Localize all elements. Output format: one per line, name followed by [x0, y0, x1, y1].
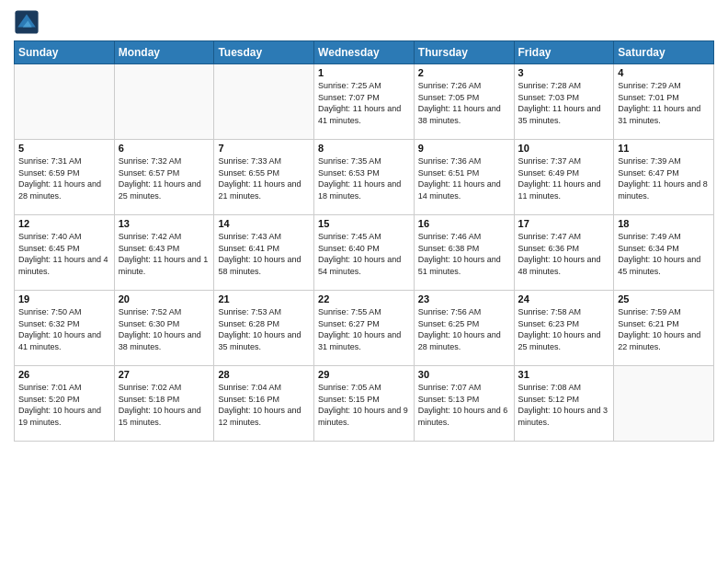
day-info: Sunrise: 7:36 AM Sunset: 6:51 PM Dayligh… — [418, 155, 510, 201]
day-info: Sunrise: 7:25 AM Sunset: 7:07 PM Dayligh… — [318, 80, 410, 126]
day-number: 28 — [218, 369, 310, 380]
logo — [14, 9, 43, 35]
day-number: 16 — [418, 218, 510, 229]
day-cell: 26Sunrise: 7:01 AM Sunset: 5:20 PM Dayli… — [15, 366, 115, 442]
day-info: Sunrise: 7:46 AM Sunset: 6:38 PM Dayligh… — [418, 231, 510, 277]
day-cell: 23Sunrise: 7:56 AM Sunset: 6:25 PM Dayli… — [414, 291, 514, 366]
day-number: 1 — [318, 67, 410, 78]
day-number: 5 — [18, 143, 110, 154]
day-info: Sunrise: 7:32 AM Sunset: 6:57 PM Dayligh… — [119, 155, 210, 201]
day-number: 30 — [418, 369, 510, 380]
weekday-header-sunday: Sunday — [15, 41, 115, 64]
day-info: Sunrise: 7:35 AM Sunset: 6:53 PM Dayligh… — [318, 155, 410, 201]
day-number: 10 — [518, 143, 610, 154]
day-info: Sunrise: 7:01 AM Sunset: 5:20 PM Dayligh… — [18, 382, 110, 428]
day-cell: 14Sunrise: 7:43 AM Sunset: 6:41 PM Dayli… — [214, 215, 314, 291]
weekday-header-wednesday: Wednesday — [314, 41, 415, 64]
weekday-header-friday: Friday — [514, 41, 614, 64]
day-cell: 17Sunrise: 7:47 AM Sunset: 6:36 PM Dayli… — [514, 215, 614, 291]
day-cell: 4Sunrise: 7:29 AM Sunset: 7:01 PM Daylig… — [614, 64, 714, 140]
day-info: Sunrise: 7:53 AM Sunset: 6:28 PM Dayligh… — [218, 306, 310, 352]
weekday-header-tuesday: Tuesday — [214, 41, 314, 64]
day-cell — [614, 366, 714, 442]
logo-icon — [14, 9, 40, 35]
day-number: 25 — [618, 293, 710, 304]
day-cell: 24Sunrise: 7:58 AM Sunset: 6:23 PM Dayli… — [514, 291, 614, 366]
day-info: Sunrise: 7:55 AM Sunset: 6:27 PM Dayligh… — [318, 306, 410, 352]
day-info: Sunrise: 7:04 AM Sunset: 5:16 PM Dayligh… — [218, 382, 310, 428]
day-number: 24 — [518, 293, 610, 304]
header — [14, 9, 714, 35]
day-cell: 1Sunrise: 7:25 AM Sunset: 7:07 PM Daylig… — [314, 64, 415, 140]
day-info: Sunrise: 7:50 AM Sunset: 6:32 PM Dayligh… — [18, 306, 110, 352]
day-info: Sunrise: 7:47 AM Sunset: 6:36 PM Dayligh… — [518, 231, 610, 277]
day-info: Sunrise: 7:37 AM Sunset: 6:49 PM Dayligh… — [518, 155, 610, 201]
day-number: 21 — [218, 293, 310, 304]
day-cell: 6Sunrise: 7:32 AM Sunset: 6:57 PM Daylig… — [114, 140, 214, 215]
day-cell: 30Sunrise: 7:07 AM Sunset: 5:13 PM Dayli… — [414, 366, 514, 442]
day-cell: 9Sunrise: 7:36 AM Sunset: 6:51 PM Daylig… — [414, 140, 514, 215]
day-number: 18 — [618, 218, 710, 229]
week-row-2: 5Sunrise: 7:31 AM Sunset: 6:59 PM Daylig… — [15, 140, 714, 215]
day-cell: 22Sunrise: 7:55 AM Sunset: 6:27 PM Dayli… — [314, 291, 415, 366]
day-cell: 20Sunrise: 7:52 AM Sunset: 6:30 PM Dayli… — [114, 291, 214, 366]
day-number: 7 — [218, 143, 310, 154]
day-cell: 18Sunrise: 7:49 AM Sunset: 6:34 PM Dayli… — [614, 215, 714, 291]
day-info: Sunrise: 7:40 AM Sunset: 6:45 PM Dayligh… — [18, 231, 110, 277]
day-info: Sunrise: 7:31 AM Sunset: 6:59 PM Dayligh… — [18, 155, 110, 201]
day-info: Sunrise: 7:52 AM Sunset: 6:30 PM Dayligh… — [119, 306, 210, 352]
weekday-header-thursday: Thursday — [414, 41, 514, 64]
day-number: 29 — [318, 369, 410, 380]
day-number: 6 — [119, 143, 210, 154]
day-number: 15 — [318, 218, 410, 229]
day-cell: 5Sunrise: 7:31 AM Sunset: 6:59 PM Daylig… — [15, 140, 115, 215]
day-info: Sunrise: 7:26 AM Sunset: 7:05 PM Dayligh… — [418, 80, 510, 126]
day-cell: 28Sunrise: 7:04 AM Sunset: 5:16 PM Dayli… — [214, 366, 314, 442]
day-cell — [114, 64, 214, 140]
day-info: Sunrise: 7:08 AM Sunset: 5:12 PM Dayligh… — [518, 382, 610, 428]
day-cell: 15Sunrise: 7:45 AM Sunset: 6:40 PM Dayli… — [314, 215, 415, 291]
week-row-4: 19Sunrise: 7:50 AM Sunset: 6:32 PM Dayli… — [15, 291, 714, 366]
day-info: Sunrise: 7:59 AM Sunset: 6:21 PM Dayligh… — [618, 306, 710, 352]
day-number: 2 — [418, 67, 510, 78]
day-info: Sunrise: 7:39 AM Sunset: 6:47 PM Dayligh… — [618, 155, 710, 201]
week-row-5: 26Sunrise: 7:01 AM Sunset: 5:20 PM Dayli… — [15, 366, 714, 442]
weekday-header-row: SundayMondayTuesdayWednesdayThursdayFrid… — [15, 41, 714, 64]
day-cell: 2Sunrise: 7:26 AM Sunset: 7:05 PM Daylig… — [414, 64, 514, 140]
day-number: 26 — [18, 369, 110, 380]
day-cell: 25Sunrise: 7:59 AM Sunset: 6:21 PM Dayli… — [614, 291, 714, 366]
day-number: 12 — [18, 218, 110, 229]
day-cell: 21Sunrise: 7:53 AM Sunset: 6:28 PM Dayli… — [214, 291, 314, 366]
day-number: 14 — [218, 218, 310, 229]
day-info: Sunrise: 7:43 AM Sunset: 6:41 PM Dayligh… — [218, 231, 310, 277]
day-number: 8 — [318, 143, 410, 154]
day-cell — [15, 64, 115, 140]
day-number: 11 — [618, 143, 710, 154]
day-info: Sunrise: 7:58 AM Sunset: 6:23 PM Dayligh… — [518, 306, 610, 352]
day-number: 13 — [119, 218, 210, 229]
day-number: 23 — [418, 293, 510, 304]
day-number: 22 — [318, 293, 410, 304]
day-cell: 11Sunrise: 7:39 AM Sunset: 6:47 PM Dayli… — [614, 140, 714, 215]
day-info: Sunrise: 7:42 AM Sunset: 6:43 PM Dayligh… — [119, 231, 210, 277]
page-container: SundayMondayTuesdayWednesdayThursdayFrid… — [0, 0, 728, 451]
day-number: 4 — [618, 67, 710, 78]
day-cell: 13Sunrise: 7:42 AM Sunset: 6:43 PM Dayli… — [114, 215, 214, 291]
day-number: 19 — [18, 293, 110, 304]
day-info: Sunrise: 7:02 AM Sunset: 5:18 PM Dayligh… — [119, 382, 210, 428]
day-info: Sunrise: 7:07 AM Sunset: 5:13 PM Dayligh… — [418, 382, 510, 428]
day-cell: 16Sunrise: 7:46 AM Sunset: 6:38 PM Dayli… — [414, 215, 514, 291]
week-row-3: 12Sunrise: 7:40 AM Sunset: 6:45 PM Dayli… — [15, 215, 714, 291]
weekday-header-monday: Monday — [114, 41, 214, 64]
day-info: Sunrise: 7:28 AM Sunset: 7:03 PM Dayligh… — [518, 80, 610, 126]
day-cell: 19Sunrise: 7:50 AM Sunset: 6:32 PM Dayli… — [15, 291, 115, 366]
day-cell: 8Sunrise: 7:35 AM Sunset: 6:53 PM Daylig… — [314, 140, 415, 215]
day-cell: 3Sunrise: 7:28 AM Sunset: 7:03 PM Daylig… — [514, 64, 614, 140]
day-cell — [214, 64, 314, 140]
week-row-1: 1Sunrise: 7:25 AM Sunset: 7:07 PM Daylig… — [15, 64, 714, 140]
day-cell: 12Sunrise: 7:40 AM Sunset: 6:45 PM Dayli… — [15, 215, 115, 291]
day-number: 9 — [418, 143, 510, 154]
day-info: Sunrise: 7:05 AM Sunset: 5:15 PM Dayligh… — [318, 382, 410, 428]
day-number: 27 — [119, 369, 210, 380]
day-number: 20 — [119, 293, 210, 304]
